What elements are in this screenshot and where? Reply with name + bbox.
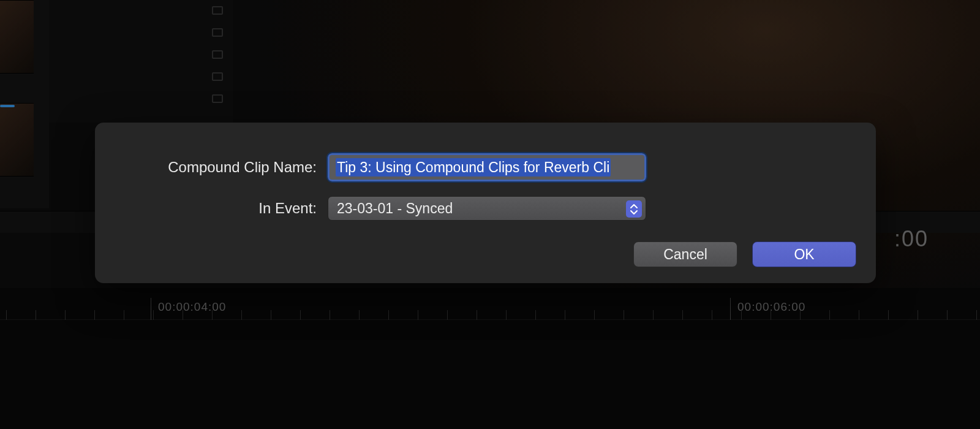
new-compound-clip-dialog: Compound Clip Name: Tip 3: Using Compoun… <box>95 123 876 283</box>
in-event-select[interactable]: 23-03-01 - Synced <box>328 196 646 221</box>
cancel-button[interactable]: Cancel <box>633 241 737 267</box>
in-event-value: 23-03-01 - Synced <box>337 200 453 217</box>
updown-chevron-icon <box>626 200 642 218</box>
in-event-label: In Event: <box>95 200 328 217</box>
ok-button[interactable]: OK <box>752 241 856 267</box>
clip-name-input[interactable]: Tip 3: Using Compound Clips for Reverb C… <box>328 153 646 181</box>
clip-name-label: Compound Clip Name: <box>95 159 328 176</box>
clip-name-selected-text: Tip 3: Using Compound Clips for Reverb C… <box>336 158 611 177</box>
dialog-button-row: Cancel OK <box>633 241 856 267</box>
